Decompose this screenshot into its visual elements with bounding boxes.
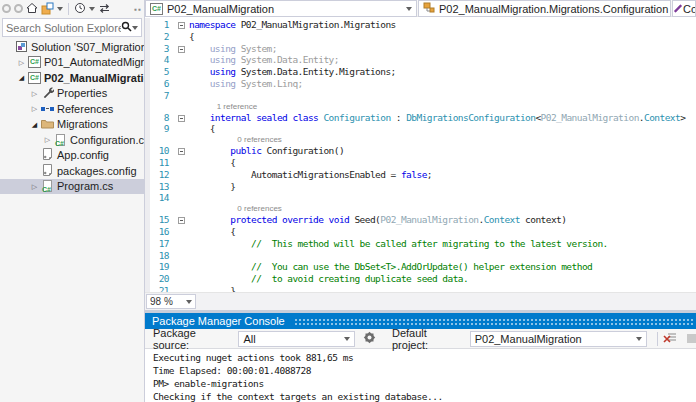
- code-text[interactable]: AutomaticMigrationsEnabled = false;: [189, 169, 432, 181]
- line-number: 10: [150, 145, 176, 157]
- code-text[interactable]: // to avoid creating duplicate seed data…: [189, 273, 468, 285]
- gear-icon[interactable]: [363, 331, 376, 346]
- code-text[interactable]: using System.Data.Entity.Migrations;: [189, 66, 396, 78]
- code-text[interactable]: {: [189, 226, 236, 238]
- search-icon[interactable]: [121, 21, 132, 34]
- fold-collapse-icon[interactable]: [178, 115, 185, 122]
- toolbar-separator: [657, 332, 658, 346]
- collapse-icon[interactable]: ◢: [29, 117, 40, 132]
- default-project-dropdown[interactable]: P02_ManualMigration: [470, 331, 648, 347]
- folder-icon: [41, 118, 54, 131]
- console-output[interactable]: Executing nuget actions took 881,65 msTi…: [145, 349, 696, 402]
- tree-item-packages-config[interactable]: packages.config: [0, 163, 144, 179]
- chevron-down-icon: [186, 300, 192, 304]
- tree-item-configuration-cs[interactable]: ▷C#Configuration.cs: [0, 132, 144, 148]
- tree-item-app-config[interactable]: App.config: [0, 148, 144, 164]
- back-icon[interactable]: [2, 3, 11, 15]
- codelens-indicator[interactable]: 0 references: [150, 135, 696, 145]
- code-text[interactable]: {: [189, 123, 215, 135]
- type-dropdown[interactable]: P02_ManualMigration.Migrations.Configura…: [418, 0, 671, 17]
- chevron-down-icon[interactable]: [132, 26, 138, 30]
- package-source-value: All: [243, 333, 255, 345]
- home-icon[interactable]: [26, 2, 38, 16]
- tree-item-label: References: [57, 103, 113, 115]
- collapse-icon[interactable]: ◢: [16, 70, 27, 85]
- expand-icon[interactable]: ▷: [29, 179, 40, 194]
- line-number: 17: [150, 238, 176, 250]
- line-number: 16: [150, 226, 176, 238]
- refresh-icon[interactable]: [98, 3, 111, 16]
- code-line-6: 6 using System.Linq;: [150, 78, 696, 90]
- chevron-down-icon[interactable]: [57, 7, 63, 11]
- tree-item-solution-s07-migration-2-proj[interactable]: Solution 'S07_Migration' (2 proj: [0, 39, 144, 55]
- class-icon: [423, 2, 435, 15]
- editor-navigation-bar: C# P02_ManualMigration P02_ManualMigrati…: [145, 0, 696, 17]
- tree-item-migrations[interactable]: ◢Migrations: [0, 117, 144, 133]
- expand-icon[interactable]: ▷: [29, 101, 40, 116]
- tree-item-program-cs[interactable]: ▷C#Program.cs: [0, 179, 144, 195]
- console-output-line: Checking if the context targets an exist…: [153, 391, 696, 402]
- chevron-down-icon[interactable]: [89, 7, 95, 11]
- csharp-project-icon: C#: [28, 56, 41, 68]
- code-text[interactable]: }: [189, 181, 236, 193]
- codelens-indicator[interactable]: 0 references: [150, 204, 696, 214]
- tree-item-p01-automatedmigration[interactable]: ▷C#P01_AutomatedMigration: [0, 55, 144, 71]
- code-line-4: 4 using System.Data.Entity;: [150, 54, 696, 66]
- code-text[interactable]: {: [189, 31, 194, 43]
- forward-icon[interactable]: [14, 3, 23, 15]
- code-text[interactable]: using System.Data.Entity;: [189, 54, 339, 66]
- fold-collapse-icon[interactable]: [178, 217, 185, 224]
- zoom-level-dropdown[interactable]: 98 %: [146, 294, 196, 309]
- type-dropdown-value: P02_ManualMigration.Migrations.Configura…: [439, 3, 668, 15]
- expand-icon[interactable]: ▷: [29, 86, 40, 101]
- code-text[interactable]: public Configuration(): [189, 145, 344, 157]
- project-dropdown[interactable]: C# P02_ManualMigration: [145, 0, 417, 17]
- line-number: 8: [150, 112, 176, 124]
- tree-item-references[interactable]: ▷References: [0, 101, 144, 117]
- code-area[interactable]: 1namespace P02_ManualMigration.Migration…: [145, 18, 696, 292]
- fold-collapse-icon[interactable]: [178, 46, 185, 53]
- csharp-file-icon: C#: [43, 180, 52, 192]
- clear-console-icon[interactable]: [663, 331, 677, 346]
- code-text[interactable]: // You can use the DbSet<T>.AddOrUpdate(…: [189, 261, 592, 273]
- code-text[interactable]: using System;: [189, 43, 277, 55]
- line-number: 3: [150, 43, 176, 55]
- toolbar-overflow-icon[interactable]: ▪▪: [134, 5, 142, 14]
- package-source-dropdown[interactable]: All: [238, 331, 355, 347]
- line-number: 21: [150, 285, 176, 292]
- expand-icon[interactable]: ▷: [42, 132, 53, 147]
- project-dropdown-value: P02_ManualMigration: [167, 3, 274, 15]
- title-drag-dots: [294, 318, 694, 327]
- line-number: 1: [150, 19, 176, 31]
- sync-with-active-document-icon[interactable]: [41, 2, 54, 17]
- line-number: 18: [150, 250, 176, 262]
- fold-collapse-icon[interactable]: [178, 148, 185, 155]
- expand-icon[interactable]: ▷: [16, 55, 27, 70]
- tree-item-properties[interactable]: ▷Properties: [0, 86, 144, 102]
- code-text[interactable]: protected override void Seed(P02_ManualM…: [189, 214, 566, 226]
- code-line-16: 16 {: [150, 226, 696, 238]
- line-number: 19: [150, 261, 176, 273]
- editor-zoom-bar: 98 %: [145, 292, 696, 310]
- member-dropdown[interactable]: Co: [672, 0, 696, 17]
- tree-item-p02-manualmigration[interactable]: ◢C#P02_ManualMigration: [0, 70, 144, 86]
- code-line-11: 11 {: [150, 157, 696, 169]
- code-text[interactable]: // This method will be called after migr…: [189, 238, 608, 250]
- code-lines: 1namespace P02_ManualMigration.Migration…: [150, 19, 696, 292]
- code-text[interactable]: namespace P02_ManualMigration.Migrations: [189, 19, 396, 31]
- code-text[interactable]: using System.Linq;: [189, 78, 303, 90]
- search-input[interactable]: [6, 22, 121, 34]
- tree-item-label: packages.config: [57, 165, 137, 177]
- fold-collapse-icon[interactable]: [178, 22, 185, 29]
- chevron-down-icon: [406, 7, 412, 11]
- code-text[interactable]: {: [189, 157, 236, 169]
- zoom-level-value: 98 %: [150, 296, 173, 307]
- code-line-5: 5 using System.Data.Entity.Migrations;: [150, 66, 696, 78]
- code-text[interactable]: }: [189, 285, 236, 292]
- codelens-indicator[interactable]: 1 reference: [150, 102, 696, 112]
- tree-item-label: Solution 'S07_Migration' (2 proj: [31, 41, 144, 53]
- code-line-20: 20 // to avoid creating duplicate seed d…: [150, 273, 696, 285]
- console-toolbar: Package source: All Default project: P02…: [145, 329, 696, 349]
- history-icon[interactable]: [74, 2, 86, 16]
- code-text[interactable]: internal sealed class Configuration : Db…: [189, 112, 685, 124]
